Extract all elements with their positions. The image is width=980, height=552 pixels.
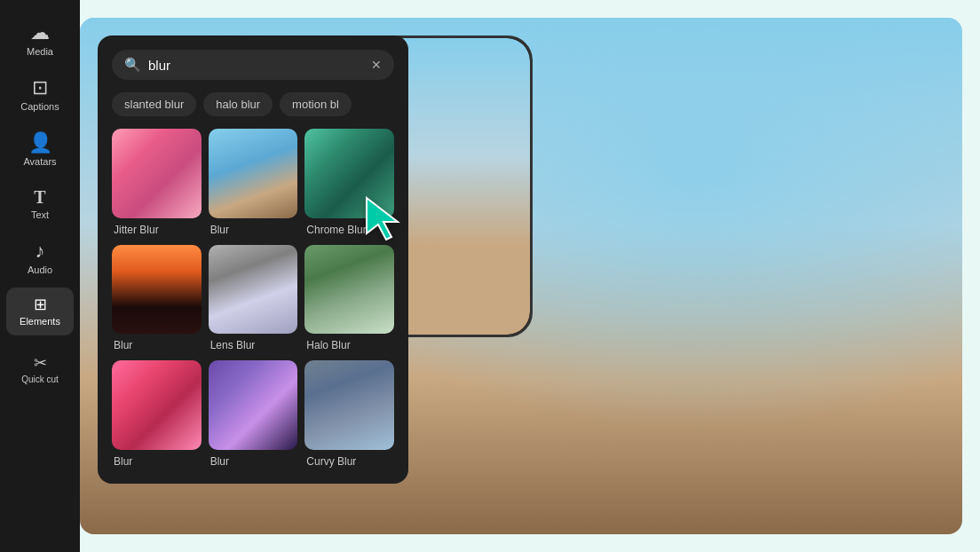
tag-row: slanted blur halo blur motion bl [112,92,394,116]
label-halo-blur: Halo Blur [304,337,394,353]
grid-item-jitter-blur[interactable]: Jitter Blur [112,129,202,238]
search-bar[interactable]: 🔍 ✕ [112,50,394,80]
sidebar-label-text: Text [31,209,49,220]
svg-marker-0 [367,198,398,240]
tag-halo-blur[interactable]: halo blur [203,92,273,116]
thumb-blur-1 [209,129,298,218]
grid-item-halo-blur[interactable]: Halo Blur [304,245,394,354]
sidebar-label-audio: Audio [28,264,52,275]
grid-item-blur-2[interactable]: Blur [112,245,202,354]
grid-item-blur-3[interactable]: Blur [112,360,202,469]
media-icon: ☁ [30,23,50,43]
sidebar-label-avatars: Avatars [23,156,56,167]
sidebar-item-media[interactable]: ☁ Media [6,14,74,66]
tag-slanted-blur[interactable]: slanted blur [112,92,196,116]
audio-icon: ♪ [36,241,45,261]
sidebar-label-captions: Captions [20,101,59,112]
label-blur-2: Blur [112,337,202,353]
sidebar-item-quickcut[interactable]: ✂ Quick cut [6,346,74,393]
label-curvy-blur: Curvy Blur [304,453,394,469]
sidebar-label-media: Media [27,46,53,57]
captions-icon: ⊡ [32,78,48,98]
thumb-curvy-blur [304,360,394,450]
avatars-icon: 👤 [28,133,52,153]
search-input[interactable] [148,58,364,73]
sidebar-item-captions[interactable]: ⊡ Captions [6,69,74,121]
thumb-blur-3 [112,360,202,450]
grid-item-lens-blur[interactable]: Lens Blur [209,245,298,354]
sidebar: ☁ Media ⊡ Captions 👤 Avatars T Text ♪ Au… [0,0,80,552]
elements-panel: 🔍 ✕ slanted blur halo blur motion bl Jit… [98,35,408,484]
search-icon: 🔍 [124,57,141,73]
label-blur-4: Blur [209,453,298,469]
elements-icon: ⊞ [34,296,47,312]
sidebar-item-avatars[interactable]: 👤 Avatars [6,124,74,176]
thumb-halo-blur [304,245,394,335]
label-lens-blur: Lens Blur [209,337,298,353]
grid-item-blur-4[interactable]: Blur [209,360,298,469]
thumb-blur-2 [112,245,202,335]
label-blur-3: Blur [112,453,202,469]
label-blur-1: Blur [209,222,298,238]
tag-motion-blur[interactable]: motion bl [280,92,352,116]
thumb-jitter-blur [112,129,202,218]
text-icon: T [34,188,45,206]
sidebar-item-text[interactable]: T Text [6,179,74,229]
sidebar-item-audio[interactable]: ♪ Audio [6,233,74,284]
thumb-lens-blur [209,245,298,335]
sidebar-label-elements: Elements [20,316,60,327]
grid-item-curvy-blur[interactable]: Curvy Blur [304,360,394,469]
sidebar-item-elements[interactable]: ⊞ Elements [6,288,74,335]
thumb-blur-4 [209,360,298,450]
grid-item-blur-1[interactable]: Blur [209,129,298,238]
effects-grid: Jitter Blur Blur Chrome Blur Blur Lens B… [112,129,394,469]
label-jitter-blur: Jitter Blur [112,222,202,238]
quickcut-icon: ✂ [34,355,47,371]
clear-icon[interactable]: ✕ [371,58,382,72]
sidebar-label-quickcut: Quick cut [21,375,59,384]
